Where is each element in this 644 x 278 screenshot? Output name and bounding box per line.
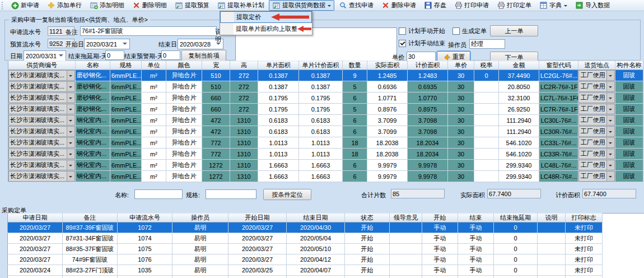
cell[interactable]: 660 (202, 92, 230, 104)
column-header[interactable]: 供货商编号 (8, 61, 76, 70)
column-header[interactable]: 结束拖延期 (494, 214, 538, 223)
combo-arrow-icon[interactable] (606, 138, 614, 147)
table-row[interactable]: 2020/03/2788#35-37F窗固玻1075易明2020/03/2720… (8, 244, 603, 254)
cell[interactable]: 异地合片 (166, 115, 202, 126)
cell[interactable]: 6mmPLE... (110, 126, 142, 137)
cell[interactable]: 6 (343, 92, 367, 104)
cell[interactable]: LC30L-76#... (539, 115, 578, 126)
cell[interactable]: LC30R-76#... (539, 126, 578, 137)
combo-arrow-icon[interactable] (67, 160, 74, 170)
cell[interactable]: 3.7099 (367, 115, 408, 126)
cell[interactable]: 272 (230, 92, 258, 104)
column-header[interactable]: 状态 (345, 214, 390, 223)
cell[interactable]: LC48R-76#... (539, 171, 578, 182)
cell[interactable]: 1.0771 (367, 92, 408, 104)
cell-combo[interactable]: 工厂使用 (578, 149, 615, 159)
toolbar-button-find-request[interactable]: 查找申请 (335, 0, 377, 11)
toolbar-button-dictionary[interactable]: 字典 (536, 0, 571, 11)
column-header[interactable]: 税率 (474, 61, 499, 70)
toolbar-button-print-request[interactable]: 打印申请 (451, 0, 492, 11)
toolbar-button-add-detail[interactable]: 添加明细 (86, 0, 128, 11)
cell[interactable]: 3.7098 (408, 115, 448, 126)
cell[interactable]: 磨砂钢化... (76, 70, 110, 81)
cell[interactable]: 472 (202, 115, 230, 126)
cell[interactable]: 6mmPLE... (110, 149, 142, 160)
cell[interactable]: 9.9979 (367, 160, 408, 171)
cell[interactable]: 钢化室内... (76, 126, 110, 137)
cell[interactable]: 0.1795 (299, 92, 343, 104)
cell[interactable]: 工厂使用 (578, 160, 615, 171)
cell[interactable]: 3.7098 (408, 126, 448, 137)
warn-input[interactable] (161, 50, 180, 60)
cell[interactable]: 0.6183 (258, 115, 299, 126)
cell[interactable]: 6mmPLE... (110, 92, 142, 104)
cell-combo[interactable]: 长沙市潇湘玻璃实... (8, 149, 75, 159)
copy-current-button[interactable]: 复制当前项 (181, 50, 226, 61)
cell[interactable]: 工厂使用 (578, 70, 615, 81)
toolbar-button-new-request[interactable]: 新申请 (7, 0, 43, 11)
cell[interactable]: 30 (448, 92, 474, 104)
cell[interactable]: 0.6183 (258, 126, 299, 137)
cell-combo[interactable]: 工厂使用 (578, 92, 615, 103)
combo-arrow-icon[interactable] (606, 82, 614, 91)
table-row[interactable]: 长沙市潇湘玻璃实...钢化室内...6mmPLE...m²异地合片1272131… (8, 171, 643, 182)
cell[interactable]: 30 (448, 149, 474, 160)
cell[interactable]: 1.0113 (299, 137, 343, 149)
cell[interactable]: 6 (343, 160, 367, 171)
cell-combo[interactable]: 长沙市潇湘玻璃实... (8, 115, 75, 126)
cell[interactable]: 0.1387 (258, 81, 299, 92)
cell[interactable]: LC7R-76#-1FO (539, 104, 578, 115)
table-row[interactable]: 2020/03/2488#23-27F门顶玻1035易明2020/03/2520… (8, 265, 603, 276)
delay-input[interactable] (105, 50, 124, 60)
cell[interactable]: m² (142, 149, 166, 160)
cell[interactable]: 长沙市潇湘玻璃实... (8, 137, 76, 149)
menu-item-extract-area-round-up[interactable]: 提取单片面积向上取整 (220, 23, 312, 35)
cell[interactable]: 固玻 (615, 70, 643, 81)
cell[interactable]: 工厂使用 (578, 81, 615, 92)
cell[interactable] (474, 160, 499, 171)
cell[interactable]: 6mmPLE... (110, 104, 142, 115)
cell[interactable]: 1272 (202, 160, 230, 171)
cell[interactable]: 772 (202, 137, 230, 149)
cell-combo[interactable]: 工厂使用 (578, 160, 615, 170)
cell[interactable]: 510 (202, 70, 230, 81)
column-header[interactable]: 高 (230, 61, 258, 70)
cell[interactable]: 30 (448, 81, 474, 92)
cell[interactable]: 0.1387 (299, 70, 343, 81)
cell[interactable]: 1310 (230, 160, 258, 171)
cell[interactable]: 1310 (230, 149, 258, 160)
cell-combo[interactable]: 长沙市潇湘玻璃实... (8, 126, 75, 137)
cell[interactable]: 工厂使用 (578, 149, 615, 160)
cell[interactable]: 1.0113 (299, 149, 343, 160)
column-header[interactable]: 计价面积 (408, 61, 448, 70)
remark-input[interactable] (80, 26, 217, 36)
cell[interactable]: 1.0770 (408, 92, 448, 104)
cell[interactable]: 30 (448, 126, 474, 137)
cell[interactable]: LC33R-76#... (539, 149, 578, 160)
cell[interactable]: 长沙市潇湘玻璃实... (8, 171, 76, 182)
cell[interactable] (474, 126, 499, 137)
cell[interactable]: 1310 (230, 115, 258, 126)
cell-combo[interactable]: 工厂使用 (578, 115, 615, 126)
cell[interactable]: 6mmPLE... (110, 137, 142, 149)
cell[interactable]: 0.1795 (258, 104, 299, 115)
cell[interactable]: 固玻 (615, 104, 643, 115)
cell[interactable]: 长沙市潇湘玻璃实... (8, 70, 76, 81)
combo-arrow-icon[interactable] (67, 115, 74, 125)
cell[interactable]: 异地合片 (166, 104, 202, 115)
cell[interactable]: 固玻 (615, 137, 643, 149)
combo-arrow-icon[interactable] (67, 127, 74, 136)
cell[interactable]: LC48L-76#... (539, 160, 578, 171)
cell[interactable]: 18.2038 (367, 137, 408, 149)
toolbar-grip[interactable] (2, 2, 6, 10)
cell[interactable]: 异地合片 (166, 126, 202, 137)
cell[interactable]: m² (142, 171, 166, 182)
cell[interactable]: 30 (448, 137, 474, 149)
combo-arrow-icon[interactable] (606, 115, 614, 125)
cell[interactable]: 3.7099 (367, 126, 408, 137)
cell[interactable]: m² (142, 115, 166, 126)
cell[interactable]: 异地合片 (166, 137, 202, 149)
cell[interactable]: 0.1795 (299, 104, 343, 115)
cell[interactable]: LC33L-76#... (539, 137, 578, 149)
cell[interactable]: 0.8975 (408, 104, 448, 115)
